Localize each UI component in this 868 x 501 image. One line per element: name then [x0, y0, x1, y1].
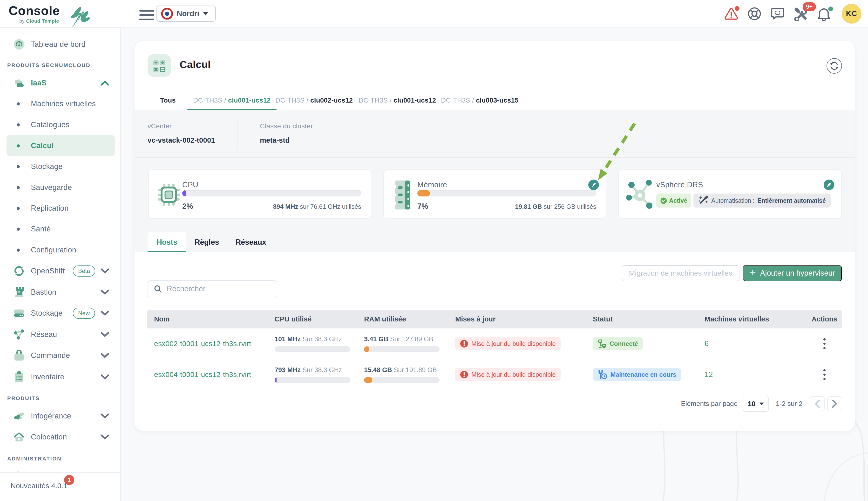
app-logo[interactable]: Console by Cloud Temple — [9, 3, 112, 25]
sidebar-subitem-sauvegarde[interactable]: Sauvegarde — [0, 177, 120, 198]
status-badge: Connecté — [593, 337, 643, 350]
notification-dot-badge — [828, 7, 833, 11]
table-header: Nom CPU utilisé RAM utilisée Mises à jou… — [147, 310, 842, 329]
magic-wand-icon — [698, 196, 708, 205]
whatsnew-link[interactable]: Nouveautés 4.0.1 — [11, 482, 67, 490]
feedback-chat-icon[interactable] — [771, 7, 784, 21]
feedback-button[interactable] — [771, 7, 784, 21]
sidebar-footer-divider — [0, 472, 120, 473]
sidebar-item-openshift[interactable]: OpenShiftBêta — [0, 260, 120, 281]
help-lifebuoy-icon[interactable] — [748, 7, 761, 21]
table-row[interactable]: esx002-t0001-ucs12-th3s.rvirt 101 MHz Su… — [147, 329, 842, 359]
sidebar-item-inventaire[interactable]: Inventaire — [0, 366, 120, 387]
memory-progressbar — [417, 190, 596, 196]
subtab-regles[interactable]: Règles — [186, 232, 227, 252]
sidebar-subitem-label: Replication — [31, 204, 69, 213]
sidebar-subitem-label: Stockage — [31, 162, 63, 171]
sidebar-item-partial — [14, 467, 29, 472]
alert-dot-badge — [735, 6, 739, 11]
sidebar-subitem-machines-virtuelles[interactable]: Machines virtuelles — [0, 93, 120, 114]
cpu-cell-text: 101 MHz Sur 38.3 GHz — [275, 335, 364, 343]
cpu-progressbar — [182, 190, 361, 196]
alerts-button[interactable] — [725, 7, 738, 21]
next-page-button[interactable] — [827, 396, 842, 411]
sidebar-item-dashboard[interactable]: Tableau de bord — [0, 34, 120, 55]
sidebar-item-infogerance[interactable]: Infogérance — [0, 405, 120, 427]
colocation-house-icon — [14, 431, 24, 443]
edit-memory-button[interactable] — [588, 180, 599, 190]
sidebar-item-iaas[interactable]: IaaS — [0, 72, 120, 94]
tenant-name: Nordri — [177, 9, 199, 18]
sidebar-subitem-configuration[interactable]: Configuration — [0, 239, 120, 260]
tab-clu003-ucs15[interactable]: DC-TH3S / clu003-ucs15 — [435, 89, 525, 110]
host-name-link[interactable]: esx002-t0001-ucs12-th3s.rvirt — [154, 340, 251, 348]
sidebar-subitem-calcul[interactable]: Calcul — [0, 135, 120, 156]
chevron-down-icon — [100, 311, 109, 316]
tab-clu002-ucs12[interactable]: DC-TH3S / clu002-ucs12 — [269, 89, 359, 110]
sidebar-subitem-sante[interactable]: Santé — [0, 218, 120, 239]
sidebar: Tableau de bord PRODUITS SECNUMCLOUD Iaa… — [0, 28, 121, 501]
row-actions-menu[interactable] — [822, 337, 827, 351]
cluster-tabs: Tous DC-TH3S / clu001-ucs12 DC-TH3S / cl… — [134, 89, 855, 110]
sidebar-item-badge: New — [73, 308, 95, 319]
host-name-link[interactable]: esx004-t0001-ucs12-th3s.rvirt — [154, 371, 251, 379]
bullet-icon — [17, 123, 20, 127]
section-divider — [134, 157, 855, 158]
notifications-button[interactable] — [817, 7, 831, 21]
refresh-button[interactable] — [826, 58, 842, 74]
drs-hub-icon — [626, 180, 653, 210]
per-page-select[interactable]: 10 — [743, 396, 768, 412]
sidebar-item-reseau[interactable]: Réseau — [0, 324, 120, 345]
order-bag-icon — [14, 350, 24, 361]
bullet-icon — [17, 227, 20, 231]
bullet-icon — [17, 144, 20, 148]
sidebar-item-label: Commande — [31, 351, 70, 360]
sidebar-subitem-replication[interactable]: Replication — [0, 198, 120, 219]
tab-clu001-ucs12[interactable]: DC-TH3S / clu001-ucs12 — [352, 89, 442, 110]
chevron-left-icon — [814, 399, 820, 408]
sidebar-item-commande[interactable]: Commande — [0, 345, 120, 366]
sidebar-subitem-stockage[interactable]: Stockage — [0, 156, 120, 177]
menu-toggle-button[interactable] — [139, 10, 154, 21]
drs-enabled-badge: Activé — [656, 193, 691, 207]
sidebar-subitem-label: Machines virtuelles — [31, 99, 96, 108]
bullet-icon — [17, 248, 20, 252]
sidebar-subitem-label: Calcul — [31, 141, 54, 150]
bastion-icon — [14, 287, 24, 298]
prev-page-button[interactable] — [810, 396, 825, 411]
subtab-reseaux[interactable]: Réseaux — [227, 232, 275, 252]
chevron-down-icon — [100, 374, 109, 380]
tools-button[interactable]: 9+ — [794, 7, 807, 21]
memory-stat-card: Mémoire 7% 19.81 GB sur 256 GB utilisés — [383, 169, 606, 219]
logo-text: Console — [9, 3, 60, 18]
subtab-hosts[interactable]: Hosts — [147, 232, 186, 252]
add-hypervisor-button[interactable]: +Ajouter un hyperviseur — [743, 265, 842, 281]
tab-clu001-ucs12-selected[interactable]: DC-TH3S / clu001-ucs12 — [187, 89, 277, 110]
user-avatar[interactable]: KC — [842, 4, 861, 24]
caret-down-icon — [759, 403, 764, 405]
sidebar-item-bastion[interactable]: Bastion — [0, 281, 120, 303]
sidebar-item-label: Colocation — [31, 433, 67, 441]
help-button[interactable] — [748, 7, 761, 21]
tab-tous[interactable]: Tous — [154, 89, 182, 110]
sidebar-item-colocation[interactable]: Colocation — [0, 426, 120, 448]
calcul-card: Calcul Tous DC-TH3S / clu001-ucs12 DC-TH… — [134, 41, 855, 431]
sidebar-item-label: OpenShift — [31, 267, 65, 275]
dragonfly-icon — [67, 3, 92, 28]
sidebar-item-stockage[interactable]: StockageNew — [0, 302, 120, 324]
edit-pencil-icon — [591, 182, 596, 188]
edit-drs-button[interactable] — [824, 180, 834, 190]
edit-pencil-icon — [826, 182, 832, 188]
tenant-selector[interactable]: Nordri — [156, 6, 216, 22]
page-title: Calcul — [180, 59, 211, 71]
sidebar-subitem-label: Sauvegarde — [31, 183, 72, 192]
vcenter-value: vc-vstack-002-t0001 — [147, 136, 215, 144]
error-circle-icon — [460, 340, 468, 348]
row-actions-menu[interactable] — [822, 368, 827, 382]
table-row[interactable]: esx004-t0001-ucs12-th3s.rvirt 793 MHz Su… — [147, 359, 842, 390]
hosts-table: Nom CPU utilisé RAM utilisée Mises à jou… — [147, 310, 842, 390]
search-input[interactable] — [167, 285, 271, 293]
sidebar-subitem-catalogues[interactable]: Catalogues — [0, 114, 120, 135]
chevron-down-icon — [100, 434, 109, 440]
migrate-vms-button[interactable]: Migration de machines virtuelles — [622, 265, 740, 281]
